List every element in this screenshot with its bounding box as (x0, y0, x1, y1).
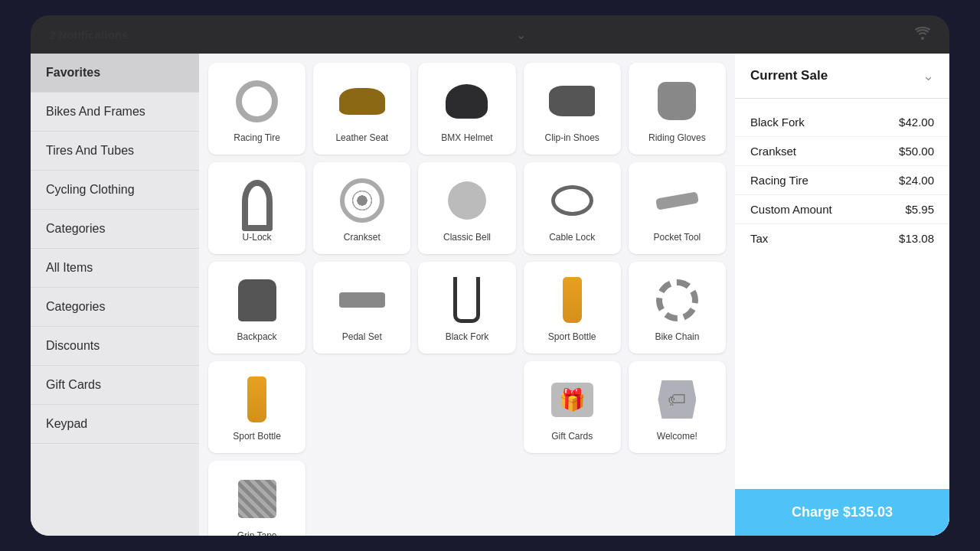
product-card-bmx-helmet[interactable]: BMX Helmet (418, 63, 515, 155)
product-image-bike-chain (650, 273, 704, 327)
sale-header: Current Sale ⌄ (735, 54, 949, 99)
product-card-welcome[interactable]: 🏷 Welcome! (629, 361, 726, 453)
product-image-grip-tape (230, 472, 284, 526)
sale-item-price: $24.00 (899, 174, 934, 187)
product-name-welcome: Welcome! (657, 431, 697, 442)
status-bar: 2 Notifications ⌄ (31, 15, 949, 54)
product-grid-container: Racing Tire Leather Seat BMX Helmet (199, 54, 735, 536)
sale-item-name: Tax (750, 232, 768, 245)
product-name-pocket-tool: Pocket Tool (653, 232, 701, 243)
product-card-u-lock[interactable]: U-Lock (208, 162, 305, 254)
product-image-leather-seat (335, 74, 389, 128)
product-card-gift-card[interactable]: 🎁 Gift Cards (524, 361, 621, 453)
sidebar-item-discounts[interactable]: Discounts (31, 327, 199, 366)
product-image-pedal-set (335, 273, 389, 327)
wifi-icon (914, 26, 931, 44)
product-card-riding-gloves[interactable]: Riding Gloves (629, 63, 726, 155)
sale-item-price: $13.08 (899, 232, 934, 245)
sidebar-item-cycling-clothing[interactable]: Cycling Clothing (31, 171, 199, 210)
product-name-riding-gloves: Riding Gloves (648, 132, 706, 143)
product-grid: Racing Tire Leather Seat BMX Helmet (208, 63, 726, 536)
sidebar-item-tires-tubes[interactable]: Tires And Tubes (31, 132, 199, 171)
sidebar-item-categories[interactable]: Categories (31, 210, 199, 249)
product-card-crankset[interactable]: Crankset (313, 162, 410, 254)
sale-item-tax: Tax $13.08 (735, 224, 949, 253)
product-image-riding-gloves (650, 74, 704, 128)
product-image-sport-bottle2 (230, 373, 284, 426)
product-name-gift-card: Gift Cards (551, 431, 593, 442)
product-name-bike-chain: Bike Chain (655, 331, 699, 342)
product-card-pocket-tool[interactable]: Pocket Tool (629, 162, 726, 254)
product-image-racing-tire (230, 74, 284, 128)
product-image-black-fork (440, 273, 494, 327)
sale-item-crankset[interactable]: Crankset $50.00 (735, 137, 949, 166)
sale-item-racing-tire[interactable]: Racing Tire $24.00 (735, 166, 949, 195)
product-name-black-fork: Black Fork (446, 331, 489, 342)
product-name-bmx-helmet: BMX Helmet (441, 132, 492, 143)
product-name-crankset: Crankset (344, 232, 381, 243)
gift-card-icon: 🎁 (559, 387, 586, 412)
product-image-backpack (230, 273, 284, 327)
main-content: Favorites Bikes And Frames Tires And Tub… (31, 54, 949, 536)
product-name-classic-bell: Classic Bell (443, 232, 491, 243)
product-card-bike-chain[interactable]: Bike Chain (629, 262, 726, 354)
product-image-welcome: 🏷 (650, 373, 704, 426)
sidebar-item-categories2[interactable]: Categories (31, 288, 199, 327)
sale-item-name: Custom Amount (750, 203, 832, 216)
product-name-grip-tape: Grip Tape (237, 530, 277, 536)
sidebar-item-bikes-frames[interactable]: Bikes And Frames (31, 93, 199, 132)
sale-item-price: $5.95 (905, 203, 934, 216)
product-card-sport-bottle2[interactable]: Sport Bottle (208, 361, 305, 453)
product-card-clip-shoes[interactable]: Clip-in Shoes (524, 63, 621, 155)
product-card-black-fork[interactable]: Black Fork (418, 262, 515, 354)
product-name-clip-shoes: Clip-in Shoes (545, 132, 599, 143)
sale-item-black-fork[interactable]: Black Fork $42.00 (735, 108, 949, 137)
product-image-cable-lock (545, 174, 599, 227)
product-card-grip-tape[interactable]: Grip Tape (208, 461, 305, 536)
sidebar-item-gift-cards[interactable]: Gift Cards (31, 366, 199, 405)
sale-item-custom-amount[interactable]: Custom Amount $5.95 (735, 195, 949, 224)
chevron-down-icon: ⌄ (516, 28, 526, 42)
sale-item-name: Black Fork (750, 116, 805, 129)
sidebar-item-keypad[interactable]: Keypad (31, 405, 199, 444)
product-name-u-lock: U-Lock (243, 232, 272, 243)
sale-items-list: Black Fork $42.00 Crankset $50.00 Racing… (735, 99, 949, 489)
sale-header-title: Current Sale (750, 68, 828, 83)
product-card-racing-tire[interactable]: Racing Tire (208, 63, 305, 155)
notifications-text: 2 Notifications (49, 28, 128, 41)
product-card-sport-bottle[interactable]: Sport Bottle (524, 262, 621, 354)
sale-item-name: Racing Tire (750, 174, 808, 187)
sale-item-name: Crankset (750, 145, 796, 158)
device-frame: 2 Notifications ⌄ Favorites Bikes And Fr… (31, 15, 949, 536)
product-name-racing-tire: Racing Tire (234, 132, 280, 143)
product-name-sport-bottle2: Sport Bottle (233, 431, 281, 442)
product-name-sport-bottle: Sport Bottle (548, 331, 596, 342)
product-name-pedal-set: Pedal Set (342, 331, 382, 342)
product-card-backpack[interactable]: Backpack (208, 262, 305, 354)
product-image-clip-shoes (545, 74, 599, 128)
product-image-u-lock (230, 174, 284, 227)
sidebar-item-favorites[interactable]: Favorites (31, 54, 199, 93)
product-image-gift-card: 🎁 (545, 373, 599, 426)
sale-item-price: $42.00 (899, 116, 934, 129)
product-name-leather-seat: Leather Seat (335, 132, 388, 143)
product-card-cable-lock[interactable]: Cable Lock (524, 162, 621, 254)
sale-header-chevron[interactable]: ⌄ (923, 67, 934, 84)
sale-panel: Current Sale ⌄ Black Fork $42.00 Crankse… (735, 54, 949, 536)
charge-button[interactable]: Charge $135.03 (735, 489, 949, 536)
product-name-cable-lock: Cable Lock (549, 232, 595, 243)
product-card-classic-bell[interactable]: Classic Bell (418, 162, 515, 254)
product-image-bmx-helmet (440, 74, 494, 128)
product-image-classic-bell (440, 174, 494, 227)
sale-item-price: $50.00 (899, 145, 934, 158)
product-image-sport-bottle (545, 273, 599, 327)
product-image-pocket-tool (650, 174, 704, 227)
welcome-tag-icon: 🏷 (668, 389, 686, 410)
product-card-leather-seat[interactable]: Leather Seat (313, 63, 410, 155)
product-name-backpack: Backpack (237, 331, 277, 342)
sidebar: Favorites Bikes And Frames Tires And Tub… (31, 54, 199, 536)
product-card-pedal-set[interactable]: Pedal Set (313, 262, 410, 354)
sidebar-item-all-items[interactable]: All Items (31, 249, 199, 288)
product-image-crankset (335, 174, 389, 227)
